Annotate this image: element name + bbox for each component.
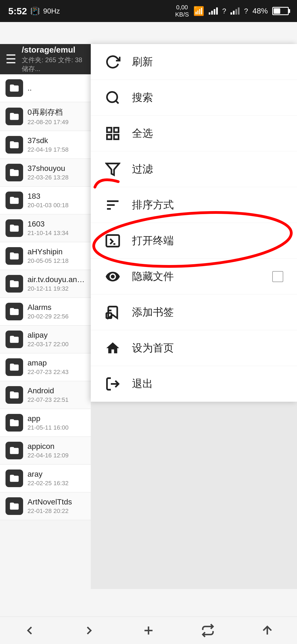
file-date: 22-04-19 17:58 [28, 146, 85, 153]
file-info: air.tv.douyu.android_KcSdl 20-12-11 19:3… [28, 275, 85, 292]
folder-icon [6, 247, 23, 265]
folder-icon [6, 219, 23, 237]
file-name: 37shouyou [28, 164, 85, 173]
status-right: 0,00KB/S 📶 ? ? 48% [175, 4, 289, 18]
list-item[interactable]: ArtNovelTtds 22-01-28 20:22 [0, 492, 91, 520]
folder-icon [6, 108, 23, 125]
terminal-icon [105, 233, 121, 249]
file-name: app [28, 414, 85, 423]
hamburger-icon[interactable]: ☰ [6, 53, 16, 65]
svg-marker-6 [106, 163, 119, 175]
list-item[interactable]: alipay 22-03-17 22:00 [0, 326, 91, 353]
header-text: /storage/emul 文件夹: 265 文件: 38 储存... [22, 45, 85, 73]
file-date: 22-04-16 12:09 [28, 452, 85, 459]
list-item[interactable]: aHYshipin 20-05-05 12:18 [0, 242, 91, 270]
file-name: ArtNovelTtds [28, 498, 85, 506]
context-menu: 刷新 搜索 全选 [91, 44, 297, 402]
file-date: 20-05-05 12:18 [28, 257, 85, 264]
file-info: 37sdk 22-04-19 17:58 [28, 136, 85, 153]
menu-item-exit[interactable]: 退出 [91, 366, 297, 402]
folder-icon [6, 303, 23, 320]
file-name: .. [28, 84, 85, 92]
folder-icon [6, 275, 23, 293]
menu-label-exit: 退出 [132, 377, 283, 391]
list-item[interactable]: Alarms 20-02-29 22:56 [0, 298, 91, 326]
list-item[interactable]: Android 22-07-23 22:51 [0, 381, 91, 409]
file-name: air.tv.douyu.android_KcSdl [28, 275, 85, 284]
svg-rect-2 [107, 128, 111, 132]
file-date: 22-03-17 22:00 [28, 341, 85, 348]
file-info: aHYshipin 20-05-05 12:18 [28, 247, 85, 264]
vibrate-icon: 📳 [30, 7, 40, 16]
file-name: 37sdk [28, 136, 85, 145]
svg-rect-4 [107, 135, 111, 139]
hidden-files-checkbox[interactable] [272, 271, 283, 282]
folder-icon [6, 442, 23, 459]
folder-icon [6, 331, 23, 348]
menu-label-search: 搜索 [132, 91, 283, 105]
svg-point-0 [107, 92, 117, 102]
menu-label-hidden-files: 隐藏文件 [132, 269, 261, 283]
list-item[interactable]: 0再刷存档 22-08-20 17:49 [0, 102, 91, 131]
menu-label-filter: 过滤 [132, 162, 283, 176]
refresh-icon [105, 54, 121, 70]
list-item[interactable]: amap 22-07-23 22:43 [0, 353, 91, 381]
list-item[interactable]: 1603 21-10-14 13:34 [0, 214, 91, 242]
menu-item-filter[interactable]: 过滤 [91, 151, 297, 187]
folder-icon [6, 497, 23, 515]
up-button[interactable] [256, 620, 278, 642]
file-date: 20-02-29 22:56 [28, 313, 85, 320]
menu-item-hidden-files[interactable]: 隐藏文件 [91, 259, 297, 294]
menu-label-bookmark: 添加书签 [132, 305, 283, 319]
list-item[interactable]: app 21-05-11 16:00 [0, 409, 91, 437]
svg-line-1 [116, 100, 119, 103]
file-date: 21-10-14 13:34 [28, 230, 85, 237]
file-date: 22-03-26 13:28 [28, 174, 85, 181]
file-info: amap 22-07-23 22:43 [28, 359, 85, 376]
list-item[interactable]: 183 20-01-03 00:18 [0, 187, 91, 214]
home-icon [105, 340, 121, 356]
list-item[interactable]: air.tv.douyu.android_KcSdl 20-12-11 19:3… [0, 270, 91, 298]
file-list-area: ☰ /storage/emul 文件夹: 265 文件: 38 储存... .. [0, 44, 91, 589]
menu-item-sort[interactable]: 排序方式 [91, 187, 297, 223]
menu-item-bookmark[interactable]: 添加书签 [91, 294, 297, 330]
question-mark-2: ? [244, 7, 248, 15]
folder-icon [6, 192, 23, 209]
file-name: Android [28, 386, 85, 395]
menu-label-select-all: 全选 [132, 126, 283, 140]
signal-bar-1 [209, 7, 218, 15]
swap-button[interactable] [197, 620, 219, 642]
file-date: 22-07-23 22:43 [28, 369, 85, 376]
list-item[interactable]: 37sdk 22-04-19 17:58 [0, 131, 91, 159]
file-name: 183 [28, 192, 85, 201]
folder-icon [6, 470, 23, 487]
menu-item-refresh[interactable]: 刷新 [91, 44, 297, 80]
forward-button[interactable] [78, 620, 100, 642]
folder-icon [6, 386, 23, 404]
question-mark-1: ? [222, 7, 226, 15]
search-icon [105, 89, 121, 106]
menu-item-select-all[interactable]: 全选 [91, 116, 297, 151]
hz-badge: 90Hz [43, 7, 60, 15]
battery-icon [272, 7, 289, 15]
header-meta: 文件夹: 265 文件: 38 储存... [22, 56, 85, 73]
file-info: appicon 22-04-16 12:09 [28, 442, 85, 459]
list-item[interactable]: .. [0, 74, 91, 102]
back-button[interactable] [19, 620, 41, 642]
list-item[interactable]: aray 22-02-25 16:32 [0, 465, 91, 492]
list-item[interactable]: appicon 22-04-16 12:09 [0, 437, 91, 465]
menu-item-terminal[interactable]: 打开终端 [91, 223, 297, 259]
file-list-header: ☰ /storage/emul 文件夹: 265 文件: 38 储存... [0, 44, 91, 74]
file-name: amap [28, 359, 85, 367]
file-date: 22-08-20 17:49 [28, 119, 85, 126]
menu-item-set-home[interactable]: 设为首页 [91, 330, 297, 366]
file-name: appicon [28, 442, 85, 451]
file-info: 1603 21-10-14 13:34 [28, 220, 85, 237]
list-item[interactable]: 37shouyou 22-03-26 13:28 [0, 159, 91, 187]
menu-item-search[interactable]: 搜索 [91, 80, 297, 116]
file-info: 183 20-01-03 00:18 [28, 192, 85, 209]
add-button[interactable] [138, 620, 160, 642]
menu-label-refresh: 刷新 [132, 55, 283, 69]
bookmark-icon [105, 304, 121, 321]
file-info: 37shouyou 22-03-26 13:28 [28, 164, 85, 181]
